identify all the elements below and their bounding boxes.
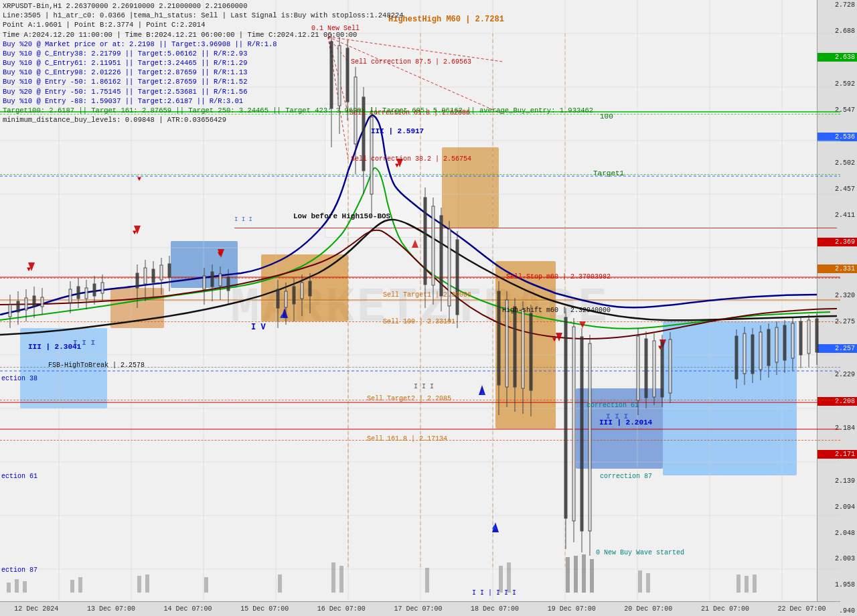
svg-rect-188	[646, 573, 650, 593]
price-1958: 1.958	[817, 581, 857, 589]
label-sell-161: Sell 161.8 | 2.17134	[367, 435, 447, 443]
svg-rect-182	[507, 562, 511, 593]
label-fsb-high: FSB-HighToBreak | 2.2578	[48, 362, 145, 369]
price-2257: 2.257	[817, 344, 857, 353]
svg-text:▲: ▲	[492, 524, 496, 531]
svg-rect-122	[505, 300, 508, 387]
h-line-red-1	[234, 228, 837, 228]
svg-rect-72	[144, 268, 147, 284]
area-blob-right-darkblue	[576, 388, 663, 469]
svg-rect-173	[78, 577, 82, 593]
svg-rect-50	[9, 305, 11, 317]
svg-text:▼: ▼	[218, 250, 222, 258]
svg-rect-154	[759, 332, 762, 370]
time-label-8: 20 Dec 07:00	[624, 605, 672, 613]
svg-rect-58	[41, 297, 44, 307]
svg-text:▼: ▼	[552, 336, 556, 343]
svg-rect-169	[7, 583, 11, 593]
svg-rect-128	[530, 313, 532, 390]
time-label-0: 12 Dec 2024	[14, 605, 58, 613]
svg-rect-140	[645, 339, 647, 398]
svg-rect-160	[783, 325, 786, 360]
svg-rect-90	[285, 291, 287, 307]
svg-rect-166	[807, 320, 810, 354]
price-2592: 2.592	[817, 80, 857, 88]
svg-text:▼: ▼	[133, 229, 137, 236]
header-line-8: Buy %10 @ C_Entry98: 2.01226 || Target:2…	[3, 68, 593, 77]
svg-marker-44	[396, 159, 403, 167]
svg-rect-187	[638, 570, 642, 593]
time-axis: 12 Dec 2024 13 Dec 07:00 14 Dec 07:00 15…	[0, 601, 840, 616]
svg-rect-56	[33, 296, 35, 307]
header-line-2: Line:3505 | h1_atr_c0: 0.0366 |tema_h1_s…	[3, 11, 593, 20]
svg-rect-174	[137, 576, 141, 593]
svg-rect-132	[572, 327, 575, 521]
svg-rect-146	[669, 339, 672, 393]
price-2184: 2.184	[817, 425, 857, 432]
svg-rect-74	[152, 269, 155, 283]
label-new-buy-wave: I I | I I I	[472, 589, 516, 597]
svg-text:▲: ▲	[481, 390, 485, 397]
svg-marker-46	[659, 339, 666, 348]
svg-rect-110	[424, 198, 426, 285]
label-100: 100	[600, 112, 613, 121]
svg-rect-144	[661, 342, 664, 397]
label-23041: III | 2.3041	[28, 343, 81, 351]
area-blob-right-brown	[495, 261, 556, 429]
time-label-7: 19 Dec 07:00	[548, 605, 596, 613]
header-line-6: Buy %10 @ C_Entry38: 2.21799 || Target:5…	[3, 49, 593, 58]
header-line-1: XRPUSDT-Bin,H1 2.26370000 2.26910000 2.2…	[3, 1, 593, 11]
area-blob-mid-blue	[171, 241, 238, 288]
svg-rect-164	[799, 321, 802, 355]
time-label-4: 16 Dec 07:00	[317, 605, 366, 613]
time-label-9: 21 Dec 07:00	[701, 605, 749, 613]
label-target1: Target1	[593, 169, 624, 177]
label-lv4: I V	[251, 323, 266, 332]
price-2208: 2.208	[817, 397, 857, 406]
svg-marker-41	[28, 262, 35, 271]
svg-rect-150	[743, 333, 746, 374]
svg-rect-94	[301, 283, 303, 299]
price-2320: 2.320	[817, 292, 857, 299]
header-line-3: Point A:1.9601 | Point B:2.3774 | Point …	[3, 20, 593, 29]
label-sell-t2: Sell Target2 | 2.2085	[367, 395, 451, 402]
price-2547: 2.547	[817, 106, 857, 114]
header-line-13: minimum_distance_buy_levels: 0.09848 | A…	[3, 115, 593, 125]
time-label-6: 18 Dec 07:00	[471, 605, 519, 613]
svg-rect-52	[17, 301, 19, 312]
h-line-gray-fsb	[0, 367, 840, 368]
price-2139: 2.139	[817, 477, 857, 485]
area-blob-midright-orange	[261, 254, 348, 321]
label-section87: ection 87	[1, 566, 37, 574]
svg-rect-136	[589, 343, 591, 531]
svg-text:I I I: I I I	[234, 216, 252, 223]
price-2728: 2.728	[817, 1, 857, 9]
svg-text:I I I: I I I	[73, 339, 95, 347]
svg-rect-78	[168, 264, 171, 277]
price-2229: 2.229	[817, 371, 857, 378]
price-2275: 2.275	[817, 318, 857, 325]
area-blob-peak-blue	[442, 147, 499, 228]
svg-rect-130	[564, 317, 567, 518]
svg-rect-156	[767, 329, 770, 366]
svg-rect-190	[745, 576, 749, 593]
svg-rect-181	[499, 566, 503, 593]
h-line-sell-t2	[0, 400, 840, 400]
svg-rect-76	[160, 265, 163, 280]
price-2688: 2.688	[817, 27, 857, 35]
svg-marker-47	[412, 240, 418, 248]
price-2536: 2.536	[817, 133, 857, 141]
label-section61: ection 61	[1, 473, 37, 480]
svg-rect-70	[136, 273, 139, 288]
svg-rect-116	[448, 229, 451, 306]
price-2003: 2.003	[817, 555, 857, 562]
h-line-green-2	[0, 174, 840, 175]
header-line-11: Buy %10 @ Entry -88: 1.59037 || Target:2…	[3, 96, 593, 106]
h-line-sell-161	[0, 440, 840, 441]
svg-rect-108	[370, 117, 373, 194]
time-label-1: 13 Dec 07:00	[87, 605, 135, 613]
svg-rect-178	[331, 562, 335, 593]
svg-rect-64	[85, 288, 88, 299]
time-label-5: 17 Dec 07:00	[394, 605, 442, 613]
header-line-5: Buy %20 @ Market price or at: 2.2198 || …	[3, 40, 593, 49]
